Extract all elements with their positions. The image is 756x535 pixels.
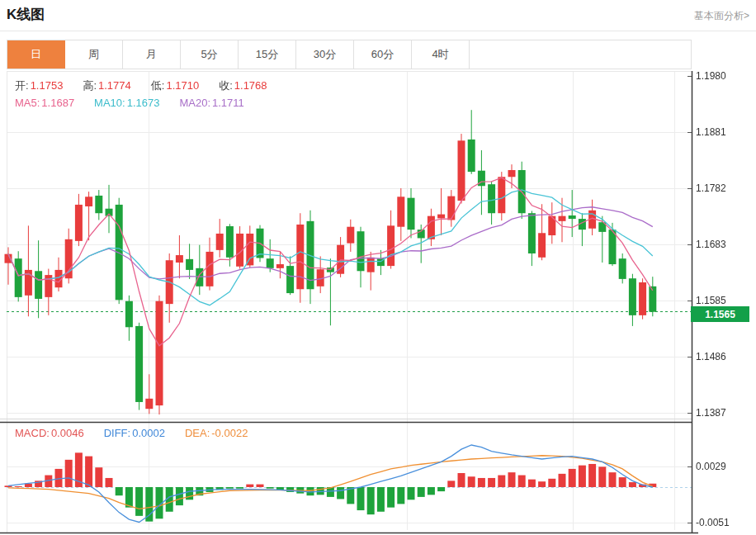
y-axis-label: 1.1486 [696,351,726,362]
period-tab-7[interactable]: 4时 [412,40,470,69]
period-tab-0[interactable]: 日 [7,40,65,69]
period-tab-3[interactable]: 5分 [181,40,239,69]
legend-item: MA5:1.1687 [15,97,79,109]
y-axis-label: 1.1980 [696,70,726,82]
y-axis-label: 1.1585 [696,295,726,306]
period-tab-4[interactable]: 15分 [239,40,296,69]
macd-legend: MACD:0.0046DIFF:0.0002DEA:-0.0022 [15,427,267,439]
kline-chart-canvas [0,71,756,535]
legend-item: MACD:0.0046 [15,427,89,439]
ohlc-legend: 开:1.1753高:1.1774低:1.1710收:1.1768 [15,78,287,93]
ma-legend: MA5:1.1687MA10:1.1673MA20:1.1711 [15,97,264,109]
legend-item: 高:1.1774 [83,79,135,92]
period-tabbar: 日周月5分15分30分60分4时 [7,40,692,69]
legend-item: DIFF:0.0002 [104,427,170,439]
y-axis-label: 0.0029 [696,461,726,472]
y-axis-label: 1.1881 [696,126,726,138]
legend-item: 开:1.1753 [15,79,68,92]
last-price-badge: 1.1565 [691,306,749,322]
period-tab-2[interactable]: 月 [123,40,181,69]
legend-item: 低:1.1710 [151,79,204,92]
period-tab-1[interactable]: 周 [65,40,123,69]
y-axis-label: 1.1683 [696,239,726,250]
legend-item: 收:1.1768 [219,79,272,92]
period-tab-6[interactable]: 60分 [354,40,412,69]
y-axis-label: -0.0051 [696,517,730,528]
legend-item: MA10:1.1673 [94,97,164,109]
period-tab-5[interactable]: 30分 [296,40,354,69]
y-axis-label: 1.1387 [696,407,726,419]
fundamental-analysis-link[interactable]: 基本面分析> [694,9,749,23]
legend-item: MA20:1.1711 [179,97,248,109]
title-divider [0,31,756,31]
legend-item: DEA:-0.0022 [185,427,253,439]
y-axis-label: 1.1782 [696,182,726,194]
page-title: K线图 [7,5,45,24]
